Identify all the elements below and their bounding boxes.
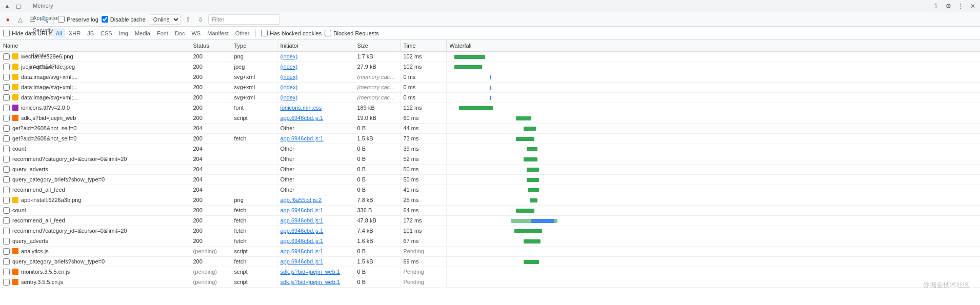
initiator-link[interactable]: (index) [281, 74, 298, 80]
more-icon[interactable]: ⋮ [955, 1, 966, 11]
initiator-link[interactable]: (index) [281, 84, 298, 90]
initiator-link[interactable]: app.f6a55cd.js:2 [281, 197, 322, 203]
row-checkbox[interactable] [3, 74, 10, 80]
search-icon[interactable]: 🔍 [40, 15, 49, 24]
cell-initiator[interactable]: sdk.js?bid=juejin_web:1 [277, 277, 354, 287]
cell-initiator[interactable]: app.6946cbd.js:1 [277, 236, 354, 246]
row-checkbox[interactable] [3, 125, 10, 132]
table-row[interactable]: app-install.6226a3b.png200pngapp.f6a55cd… [0, 195, 980, 205]
filter-type-ws[interactable]: WS [188, 28, 204, 38]
table-row[interactable]: ionicons.ttf?v=2.0.0200fontionicons.min.… [0, 103, 980, 113]
table-row[interactable]: count204Other0 B39 ms [0, 144, 980, 154]
cell-initiator[interactable]: app.6946cbd.js:1 [277, 256, 354, 267]
notification-icon[interactable]: 1 [931, 1, 941, 11]
initiator-link[interactable]: app.6946cbd.js:1 [281, 258, 324, 265]
initiator-link[interactable]: app.6946cbd.js:1 [281, 135, 324, 141]
initiator-link[interactable]: app.6946cbd.js:1 [281, 228, 324, 234]
close-icon[interactable]: ✕ [968, 1, 978, 11]
settings-icon[interactable]: ⚙ [943, 1, 953, 11]
inspect-icon[interactable]: ▲ [2, 1, 12, 11]
table-row[interactable]: data:image/svg+xml;...200svg+xml(index)(… [0, 82, 980, 92]
initiator-link[interactable]: (index) [281, 53, 298, 59]
row-checkbox[interactable] [3, 248, 10, 255]
filter-type-other[interactable]: Other [232, 28, 253, 38]
filter-type-css[interactable]: CSS [97, 28, 115, 38]
table-row[interactable]: query_category_briefs?show_type=0200fetc… [0, 256, 980, 267]
preserve-log-checkbox[interactable]: Preserve log [58, 16, 98, 23]
table-row[interactable]: sentry.3.5.5.cn.js(pending)scriptsdk.js?… [0, 277, 980, 287]
cell-initiator[interactable]: (index) [277, 82, 354, 92]
initiator-link[interactable]: sdk.js?bid=juejin_web:1 [281, 279, 341, 285]
cell-initiator[interactable]: (index) [277, 51, 354, 62]
filter-type-xhr[interactable]: XHR [66, 28, 84, 38]
table-row[interactable]: count200fetchapp.6946cbd.js:1336 B64 ms [0, 205, 980, 215]
filter-type-doc[interactable]: Doc [172, 28, 188, 38]
import-icon[interactable]: ⇧ [184, 15, 193, 24]
row-checkbox[interactable] [3, 279, 10, 286]
filter-type-manifest[interactable]: Manifest [204, 28, 232, 38]
table-row[interactable]: query_category_briefs?show_type=0204Othe… [0, 174, 980, 185]
record-button[interactable]: ● [3, 15, 12, 24]
col-header-waterfall[interactable]: Waterfall [446, 40, 980, 51]
row-checkbox[interactable] [3, 146, 10, 152]
filter-type-media[interactable]: Media [132, 28, 153, 38]
row-checkbox[interactable] [3, 94, 10, 101]
cell-initiator[interactable]: app.6946cbd.js:1 [277, 226, 354, 236]
preserve-log-input[interactable] [58, 16, 65, 23]
row-checkbox[interactable] [3, 238, 10, 245]
table-row[interactable]: recommend_all_feed200fetchapp.6946cbd.js… [0, 215, 980, 226]
cell-initiator[interactable]: app.f6a55cd.js:2 [277, 195, 354, 205]
col-header-type[interactable]: Type [231, 40, 277, 51]
row-checkbox[interactable] [3, 115, 10, 121]
filter-input[interactable] [208, 14, 280, 25]
disable-cache-checkbox[interactable]: Disable cache [102, 16, 146, 23]
row-checkbox[interactable] [3, 176, 10, 183]
hide-data-urls-input[interactable] [3, 30, 10, 36]
table-row[interactable]: query_adverts204Other0 B50 ms [0, 164, 980, 174]
filter-type-img[interactable]: Img [116, 28, 131, 38]
initiator-link[interactable]: (index) [281, 94, 298, 100]
table-row[interactable]: monitors.3.5.5.cn.js(pending)scriptsdk.j… [0, 267, 980, 277]
table-row[interactable]: sdk.js?bid=juejin_web200scriptapp.6946cb… [0, 113, 980, 123]
row-checkbox[interactable] [3, 187, 10, 193]
filter-icon[interactable]: ☰ [28, 15, 37, 24]
table-row[interactable]: analytics.js(pending)scriptapp.6946cbd.j… [0, 246, 980, 256]
row-checkbox[interactable] [3, 135, 10, 142]
table-row[interactable]: juejin-qr.b247fde.jpeg200jpeg(index)27.9… [0, 62, 980, 72]
table-row[interactable]: recommend?category_id=&cursor=0&limit=20… [0, 154, 980, 164]
cell-initiator[interactable]: (index) [277, 92, 354, 103]
blocked-requests-checkbox[interactable]: Blocked Requests [325, 30, 379, 36]
table-row[interactable]: data:image/svg+xml;...200svg+xml(index)(… [0, 92, 980, 103]
row-checkbox[interactable] [3, 217, 10, 224]
initiator-link[interactable]: app.6946cbd.js:1 [281, 115, 324, 121]
initiator-link[interactable]: app.6946cbd.js:1 [281, 238, 324, 244]
table-row[interactable]: query_adverts200fetchapp.6946cbd.js:11.6… [0, 236, 980, 246]
cell-initiator[interactable]: app.6946cbd.js:1 [277, 133, 354, 144]
disable-cache-input[interactable] [102, 16, 108, 23]
row-checkbox[interactable] [3, 166, 10, 173]
col-header-name[interactable]: Name [0, 40, 190, 51]
cell-initiator[interactable]: app.6946cbd.js:1 [277, 205, 354, 215]
initiator-link[interactable]: app.6946cbd.js:1 [281, 248, 324, 254]
cell-initiator[interactable]: app.6946cbd.js:1 [277, 113, 354, 123]
cell-initiator[interactable]: (index) [277, 62, 354, 72]
table-row[interactable]: recommend_all_feed204Other0 B41 ms [0, 185, 980, 195]
clear-button[interactable]: △ [15, 15, 25, 24]
initiator-link[interactable]: sdk.js?bid=juejin_web:1 [281, 269, 341, 275]
initiator-link[interactable]: ionicons.min.css [281, 105, 322, 111]
row-checkbox[interactable] [3, 197, 10, 204]
throttle-select[interactable]: Online [149, 14, 181, 25]
cell-initiator[interactable]: app.6946cbd.js:1 [277, 246, 354, 256]
table-row[interactable]: get?aid=2608&not_self=0204Other0 B44 ms [0, 123, 980, 133]
cell-initiator[interactable]: sdk.js?bid=juejin_web:1 [277, 267, 354, 277]
blocked-requests-input[interactable] [325, 30, 331, 36]
hide-data-urls-checkbox[interactable]: Hide data URLs [3, 30, 52, 36]
row-checkbox[interactable] [3, 258, 10, 265]
initiator-link[interactable]: app.6946cbd.js:1 [281, 207, 324, 213]
col-header-time[interactable]: Time [400, 40, 446, 51]
row-checkbox[interactable] [3, 53, 10, 60]
has-blocked-input[interactable] [261, 30, 268, 36]
col-header-size[interactable]: Size [354, 40, 400, 51]
row-checkbox[interactable] [3, 84, 10, 91]
row-checkbox[interactable] [3, 156, 10, 162]
